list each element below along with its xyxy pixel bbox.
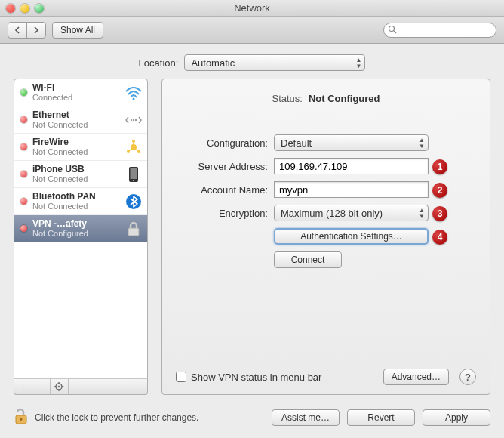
service-actions-button[interactable] <box>51 379 69 394</box>
assist-me-button[interactable]: Assist me… <box>272 409 340 426</box>
show-vpn-status-label: Show VPN status in menu bar <box>191 372 321 383</box>
service-firewire[interactable]: FireWire Not Connected <box>14 134 147 161</box>
bluetooth-icon <box>124 193 143 211</box>
service-bluetooth-pan[interactable]: Bluetooth PAN Not Connected <box>14 188 147 215</box>
forward-button[interactable] <box>26 22 46 39</box>
bottom-buttons: Assist me… Revert Apply <box>272 409 490 426</box>
show-all-button[interactable]: Show All <box>52 22 103 39</box>
service-name: Ethernet <box>32 110 124 120</box>
encryption-label: Encryption: <box>176 208 274 219</box>
service-name: FireWire <box>32 137 124 147</box>
account-name-row: Account Name: 2 <box>176 181 476 198</box>
service-sub: Not Connected <box>32 174 124 184</box>
search-input[interactable] <box>383 23 496 38</box>
svg-point-4 <box>133 119 134 120</box>
svg-line-11 <box>130 150 132 150</box>
help-button[interactable]: ? <box>459 369 476 385</box>
status-value: Not Configured <box>309 93 380 104</box>
service-sub: Connected <box>32 93 124 102</box>
sidebar-footer: + − <box>14 378 148 395</box>
svg-rect-26 <box>20 419 21 421</box>
chevron-updown-icon: ▲▼ <box>419 137 425 150</box>
service-sub: Not Connected <box>32 120 124 129</box>
show-vpn-status-checkbox[interactable] <box>176 372 186 382</box>
lock-icon <box>124 220 143 238</box>
svg-point-5 <box>135 119 137 120</box>
account-name-input[interactable] <box>274 181 429 198</box>
status-dot-icon <box>20 198 27 205</box>
service-ethernet[interactable]: Ethernet Not Connected <box>14 106 147 134</box>
search-box[interactable] <box>383 23 496 38</box>
auth-row: Authentication Settings… 4 <box>176 228 476 245</box>
revert-button[interactable]: Revert <box>347 409 415 426</box>
firewire-icon <box>124 138 143 156</box>
main-content: Wi-Fi Connected Ethernet Not Connected <box>0 79 504 399</box>
service-sub: Not Connected <box>32 202 124 211</box>
configuration-label: Configuration: <box>176 137 274 149</box>
service-list: Wi-Fi Connected Ethernet Not Connected <box>14 79 148 378</box>
apply-button[interactable]: Apply <box>423 409 490 426</box>
encryption-row: Encryption: Maximum (128 bit only) ▲▼ 3 <box>176 205 476 221</box>
nav-group <box>8 22 46 39</box>
details-panel: Status: Not Configured Configuration: De… <box>161 79 490 395</box>
wifi-icon <box>124 84 143 102</box>
service-vpn[interactable]: VPN -…afety Not Configured <box>14 215 147 242</box>
service-name: iPhone USB <box>32 165 124 174</box>
iphone-icon <box>124 165 143 184</box>
server-address-label: Server Address: <box>176 161 274 172</box>
svg-point-7 <box>132 140 135 143</box>
chevron-updown-icon: ▲▼ <box>419 208 425 220</box>
configuration-row: Configuration: Default ▲▼ <box>176 134 476 151</box>
search-icon <box>388 25 397 36</box>
bottombar: Click the lock to prevent further change… <box>0 399 504 438</box>
location-select[interactable]: Automatic ▲▼ <box>184 54 365 71</box>
service-name: VPN -…afety <box>32 219 124 229</box>
service-name: Wi-Fi <box>32 83 124 93</box>
remove-service-button[interactable]: − <box>32 379 51 394</box>
account-name-label: Account Name: <box>176 184 274 196</box>
encryption-value: Maximum (128 bit only) <box>281 208 383 219</box>
sidebar-wrap: Wi-Fi Connected Ethernet Not Connected <box>14 79 148 395</box>
status-row: Status: Not Configured <box>176 93 476 104</box>
callout-1: 1 <box>432 159 447 174</box>
connect-button[interactable]: Connect <box>274 251 342 268</box>
lock-note: Click the lock to prevent further change… <box>14 407 198 427</box>
chevron-updown-icon: ▲▼ <box>355 57 361 69</box>
service-wifi[interactable]: Wi-Fi Connected <box>14 79 147 106</box>
server-address-row: Server Address: 1 <box>176 158 476 174</box>
configuration-select[interactable]: Default ▲▼ <box>274 134 429 151</box>
service-name: Bluetooth PAN <box>32 192 124 202</box>
status-dot-icon <box>20 89 27 96</box>
svg-line-12 <box>136 150 138 150</box>
status-dot-icon <box>20 171 27 177</box>
callout-4: 4 <box>432 230 447 245</box>
status-dot-icon <box>20 225 27 232</box>
service-iphone-usb[interactable]: iPhone USB Not Connected <box>14 161 147 188</box>
location-value: Automatic <box>191 57 235 69</box>
status-label: Status: <box>272 93 302 104</box>
titlebar: Network <box>0 0 504 17</box>
svg-rect-17 <box>128 228 139 236</box>
lock-note-text: Click the lock to prevent further change… <box>35 412 198 423</box>
svg-point-3 <box>131 119 132 120</box>
service-sub: Not Connected <box>32 147 124 156</box>
svg-point-6 <box>131 144 137 150</box>
window-title: Network <box>0 2 504 14</box>
toolbar: Show All <box>0 17 504 44</box>
add-service-button[interactable]: + <box>14 379 32 394</box>
svg-point-2 <box>133 97 135 100</box>
encryption-select[interactable]: Maximum (128 bit only) ▲▼ <box>274 205 429 221</box>
details-footer: Show VPN status in menu bar Advanced… ? <box>176 362 476 385</box>
status-dot-icon <box>20 143 27 150</box>
svg-point-0 <box>389 26 395 31</box>
authentication-settings-button[interactable]: Authentication Settings… <box>274 228 429 245</box>
unlock-icon[interactable] <box>14 407 29 427</box>
callout-2: 2 <box>432 183 447 198</box>
location-label: Location: <box>139 57 179 69</box>
connect-row: Connect <box>176 251 476 268</box>
back-button[interactable] <box>8 22 27 39</box>
advanced-button[interactable]: Advanced… <box>383 369 449 385</box>
configuration-value: Default <box>281 137 312 149</box>
svg-line-1 <box>394 31 396 33</box>
server-address-input[interactable] <box>274 158 429 174</box>
